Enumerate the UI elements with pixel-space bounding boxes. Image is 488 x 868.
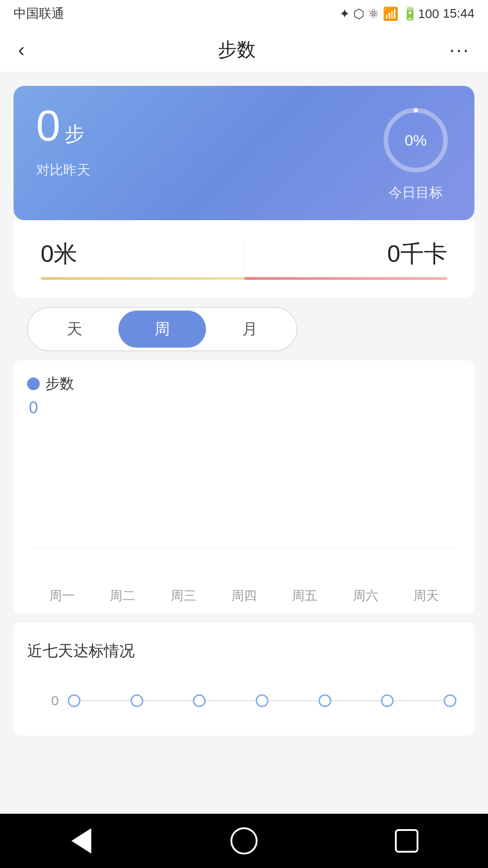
vibrate-icon: ⬡	[353, 6, 364, 21]
timeline-chart: 0	[27, 684, 461, 717]
battery-icon: 🔋100	[402, 6, 439, 21]
nav-back-button[interactable]	[63, 823, 99, 859]
more-button[interactable]: ···	[449, 38, 470, 61]
distance-value: 0米	[41, 238, 77, 270]
timeline-line	[68, 694, 456, 707]
page-title: 步数	[218, 37, 256, 62]
time-label: 15:44	[443, 6, 474, 21]
stats-card-blue: 0 步 对比昨天 0% 今日目标	[14, 86, 474, 220]
timeline-row: 0	[32, 693, 456, 708]
progress-percent: 0%	[404, 132, 427, 149]
timeline-dot-6	[381, 694, 394, 707]
timeline-dots	[68, 694, 456, 707]
legend-dot-icon	[27, 377, 40, 390]
wifi-icon: ⚛	[368, 6, 379, 21]
status-bar: 中国联通 ✦ ⬡ ⚛ 📶 🔋100 15:44	[0, 0, 488, 27]
timeline-dot-3	[193, 694, 206, 707]
period-btn-day[interactable]: 天	[31, 311, 118, 348]
recents-nav-icon	[395, 829, 418, 853]
status-right: ✦ ⬡ ⚛ 📶 🔋100 15:44	[339, 6, 474, 21]
chart-baseline	[32, 548, 456, 548]
home-nav-icon	[230, 827, 258, 854]
calories-value: 0千卡	[387, 238, 447, 270]
x-label-thu: 周四	[214, 587, 274, 604]
progress-circle: 0%	[380, 104, 452, 176]
timeline-dot-2	[131, 694, 143, 707]
x-label-mon: 周一	[32, 587, 92, 604]
legend-label: 步数	[45, 374, 74, 394]
distance-bar	[41, 277, 244, 280]
chart-area	[27, 426, 461, 580]
seven-days-section: 近七天达标情况 0	[14, 623, 474, 736]
chart-legend: 步数	[27, 374, 461, 394]
nav-home-button[interactable]	[226, 823, 262, 859]
signal-icon: 📶	[383, 6, 399, 21]
steps-unit: 步	[65, 121, 84, 147]
timeline-y-label: 0	[32, 693, 59, 708]
x-label-sun: 周天	[396, 587, 456, 604]
steps-number: 0	[36, 104, 60, 147]
period-btn-month[interactable]: 月	[206, 311, 294, 348]
timeline-dot-7	[444, 694, 456, 707]
stats-row: 0米 0千卡	[14, 220, 474, 298]
compare-label: 对比昨天	[36, 161, 90, 179]
x-label-wed: 周三	[153, 587, 214, 604]
period-selector: 天 周 月	[27, 307, 297, 351]
timeline-dot-4	[256, 694, 268, 707]
card-right: 0% 今日目标	[380, 104, 452, 202]
distance-stat: 0米	[41, 238, 244, 280]
seven-days-title: 近七天达标情况	[27, 641, 461, 661]
x-label-tue: 周二	[92, 587, 153, 604]
nav-recents-button[interactable]	[389, 823, 425, 859]
timeline-dot-1	[68, 694, 80, 707]
carrier-label: 中国联通	[14, 5, 64, 22]
calories-bar	[244, 277, 447, 280]
steps-display: 0 步	[36, 104, 90, 147]
back-button[interactable]: ‹	[18, 38, 25, 61]
goal-label: 今日目标	[389, 184, 443, 202]
chart-current-value: 0	[29, 398, 461, 417]
x-label-sat: 周六	[335, 587, 395, 604]
x-label-fri: 周五	[274, 587, 335, 604]
bluetooth-icon: ✦	[339, 6, 350, 21]
header: ‹ 步数 ···	[0, 27, 488, 72]
timeline-dot-5	[319, 694, 331, 707]
nav-bar	[0, 814, 488, 868]
back-nav-icon	[71, 828, 91, 854]
chart-x-axis: 周一 周二 周三 周四 周五 周六 周天	[27, 580, 461, 613]
chart-section: 步数 0 周一 周二 周三 周四 周五 周六 周天	[14, 360, 474, 613]
card-left: 0 步 对比昨天	[36, 104, 90, 179]
period-btn-week[interactable]: 周	[118, 311, 206, 348]
calories-stat: 0千卡	[244, 238, 447, 280]
